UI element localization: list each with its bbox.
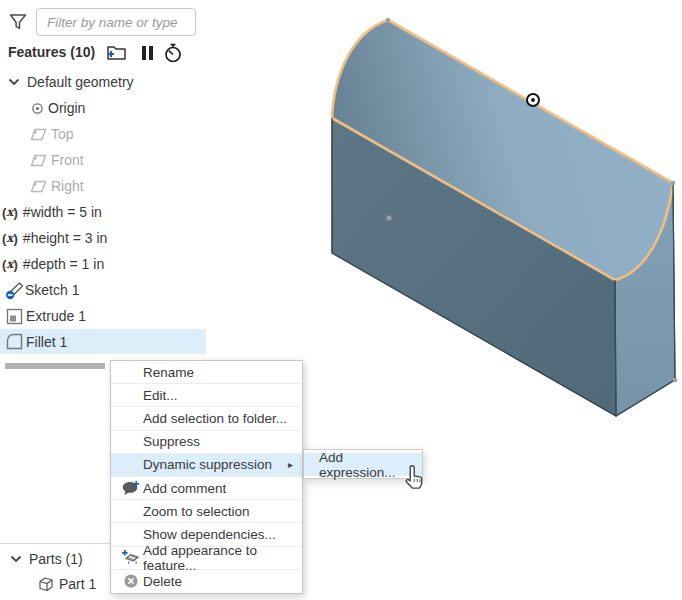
filter-row xyxy=(0,0,206,44)
feature-context-menu: Rename Edit... Add selection to folder..… xyxy=(110,360,303,594)
delete-icon xyxy=(118,571,143,591)
performance-timer-icon[interactable] xyxy=(162,42,184,64)
origin-icon xyxy=(30,102,44,115)
menu-item-suppress[interactable]: Suppress xyxy=(111,431,302,454)
variable-icon: (x) xyxy=(2,231,18,246)
menu-item-add-selection-to-folder[interactable]: Add selection to folder... xyxy=(111,407,302,430)
fillet-icon xyxy=(4,333,24,350)
add-folder-icon[interactable] xyxy=(105,42,127,64)
variable-icon: (x) xyxy=(2,205,18,220)
tree-item-extrude1[interactable]: Extrude 1 xyxy=(0,303,206,329)
tree-item-sketch1[interactable]: Sketch 1 xyxy=(0,277,206,303)
menu-item-add-appearance[interactable]: Add appearance to feature... xyxy=(111,547,302,570)
tree-item-front-plane[interactable]: Front xyxy=(0,147,206,173)
appearance-add-icon xyxy=(118,548,143,568)
tree-item-top-plane[interactable]: Top xyxy=(0,121,206,147)
tree-item-variable-width[interactable]: (x) #width = 5 in xyxy=(0,199,206,225)
plane-icon xyxy=(29,128,47,141)
horizontal-scrollbar-thumb[interactable] xyxy=(5,363,105,369)
menu-item-add-comment[interactable]: Add comment xyxy=(111,477,302,500)
extrude-icon xyxy=(4,308,24,325)
tree-item-variable-height[interactable]: (x) #height = 3 in xyxy=(0,225,206,251)
origin-marker-icon[interactable] xyxy=(527,94,539,106)
menu-item-delete[interactable]: Delete xyxy=(111,570,302,593)
tree-item-variable-depth[interactable]: (x) #depth = 1 in xyxy=(0,251,206,277)
onshape-app-window: Features (10) Default geometry xyxy=(0,0,682,600)
filter-funnel-icon[interactable] xyxy=(8,12,28,32)
chevron-down-icon[interactable] xyxy=(6,78,22,86)
menu-item-zoom-to-selection[interactable]: Zoom to selection xyxy=(111,500,302,523)
features-header-label: Features (10) xyxy=(8,44,95,60)
chevron-down-icon[interactable] xyxy=(8,555,24,563)
pause-regeneration-icon[interactable] xyxy=(136,42,158,64)
hand-cursor-icon xyxy=(402,464,428,492)
menu-item-rename[interactable]: Rename xyxy=(111,361,302,384)
part-icon xyxy=(36,576,56,592)
comment-add-icon xyxy=(118,478,143,498)
filter-input[interactable] xyxy=(36,8,196,36)
sketch-icon xyxy=(4,281,24,300)
features-header: Features (10) xyxy=(0,40,206,66)
plane-icon xyxy=(29,154,47,167)
part-model[interactable] xyxy=(332,18,677,416)
menu-item-edit[interactable]: Edit... xyxy=(111,384,302,407)
tree-item-fillet1[interactable]: Fillet 1 xyxy=(0,329,206,354)
plane-icon xyxy=(29,180,47,193)
submenu-arrow-icon: ▸ xyxy=(288,459,293,470)
variable-icon: (x) xyxy=(2,257,18,272)
menu-item-dynamic-suppression[interactable]: Dynamic suppression ▸ xyxy=(111,454,302,477)
tree-item-right-plane[interactable]: Right xyxy=(0,173,206,199)
tree-item-default-geometry[interactable]: Default geometry xyxy=(0,69,206,95)
tree-item-origin[interactable]: Origin xyxy=(0,95,206,121)
